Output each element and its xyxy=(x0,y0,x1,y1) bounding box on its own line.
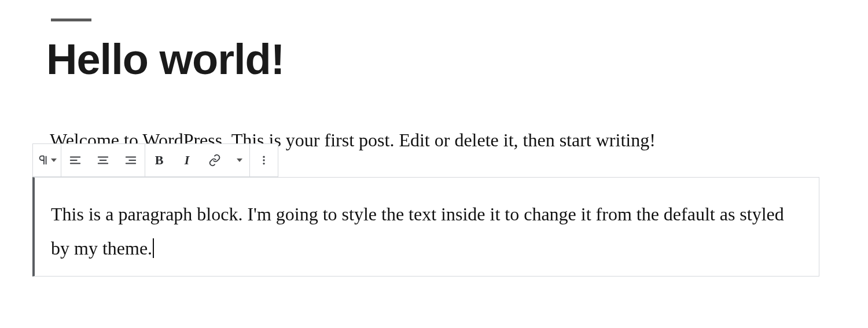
align-left-icon xyxy=(69,154,82,167)
link-button[interactable] xyxy=(201,144,229,176)
paragraph-block[interactable]: This is a paragraph block. I'm going to … xyxy=(32,177,819,277)
align-right-button[interactable] xyxy=(117,144,145,176)
more-rich-text-button[interactable] xyxy=(229,144,249,176)
toolbar-group-align xyxy=(61,143,145,177)
link-icon xyxy=(208,154,221,167)
italic-button[interactable]: I xyxy=(173,144,201,176)
block-toolbar: B I xyxy=(32,143,278,177)
chevron-down-icon xyxy=(51,159,57,162)
italic-icon: I xyxy=(185,153,190,168)
svg-point-9 xyxy=(263,156,264,158)
more-options-button[interactable] xyxy=(250,144,278,176)
toolbar-group-format: B I xyxy=(145,143,249,177)
align-center-button[interactable] xyxy=(89,144,117,176)
align-center-icon xyxy=(97,154,109,167)
align-left-button[interactable] xyxy=(61,144,89,176)
toolbar-group-more xyxy=(249,143,278,177)
more-vertical-icon xyxy=(258,154,270,167)
svg-point-11 xyxy=(263,163,264,164)
post-title[interactable]: Hello world! xyxy=(46,35,284,84)
paragraph-block-text[interactable]: This is a paragraph block. I'm going to … xyxy=(51,204,784,259)
pilcrow-icon xyxy=(37,154,50,167)
bold-button[interactable]: B xyxy=(145,144,173,176)
text-caret xyxy=(153,238,154,258)
align-right-icon xyxy=(124,154,137,167)
block-type-button[interactable] xyxy=(33,144,61,176)
bold-icon: B xyxy=(155,153,164,168)
title-separator xyxy=(51,19,91,21)
toolbar-group-block-type xyxy=(32,143,61,177)
svg-point-10 xyxy=(263,159,264,161)
chevron-down-icon xyxy=(237,159,242,162)
